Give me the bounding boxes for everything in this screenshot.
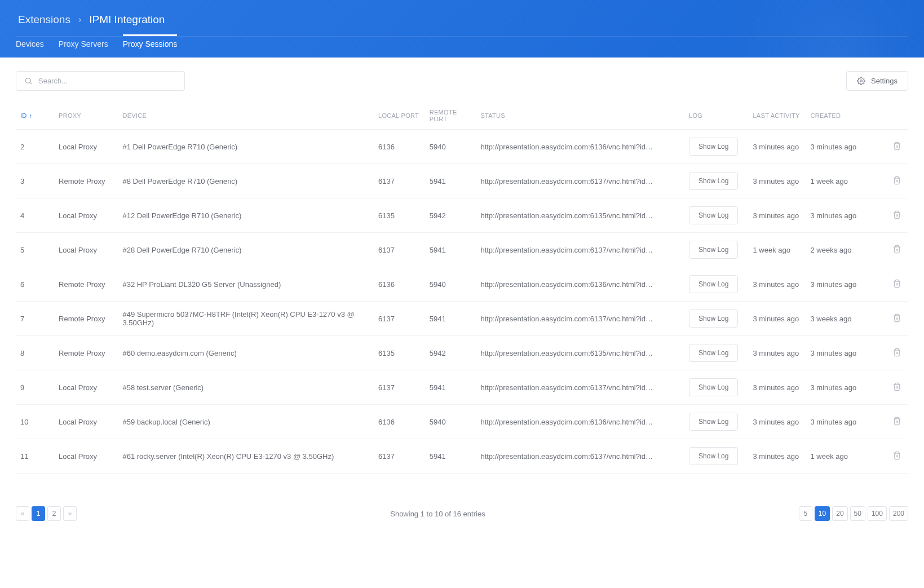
col-header-created[interactable]: CREATED <box>806 102 883 130</box>
search-box[interactable] <box>16 71 185 91</box>
cell-log: Show Log <box>684 302 748 336</box>
cell-last-activity: 1 week ago <box>748 233 806 267</box>
cell-log: Show Log <box>684 267 748 302</box>
cell-proxy: Remote Proxy <box>54 302 118 336</box>
trash-icon <box>892 419 901 427</box>
cell-actions <box>883 370 908 405</box>
cell-proxy: Remote Proxy <box>54 164 118 198</box>
page-size-10[interactable]: 10 <box>815 506 830 521</box>
show-log-button[interactable]: Show Log <box>689 310 738 328</box>
cell-device: #28 Dell PowerEdge R710 (Generic) <box>118 233 374 267</box>
settings-label: Settings <box>871 77 898 85</box>
delete-button[interactable] <box>890 242 904 258</box>
status-link[interactable]: http://presentation.easydcim.com:6135/vn… <box>480 349 655 357</box>
status-link[interactable]: http://presentation.easydcim.com:6137/vn… <box>480 383 655 392</box>
tab-proxy-sessions[interactable]: Proxy Sessions <box>123 34 177 58</box>
show-log-button[interactable]: Show Log <box>689 275 738 293</box>
table-row: 7Remote Proxy#49 Supermicro 5037MC-H8TRF… <box>16 302 908 336</box>
page-size-50[interactable]: 50 <box>850 506 865 521</box>
cell-created: 2 weeks ago <box>806 233 883 267</box>
table-row: 5Local Proxy#28 Dell PowerEdge R710 (Gen… <box>16 233 908 267</box>
show-log-button[interactable]: Show Log <box>689 344 738 362</box>
col-header-proxy[interactable]: PROXY <box>54 102 118 130</box>
settings-button[interactable]: Settings <box>846 71 908 91</box>
cell-status: http://presentation.easydcim.com:6137/vn… <box>476 302 684 336</box>
status-link[interactable]: http://presentation.easydcim.com:6136/vn… <box>480 143 655 151</box>
tab-proxy-servers[interactable]: Proxy Servers <box>59 34 108 58</box>
page-next-button[interactable]: » <box>63 506 77 521</box>
cell-created: 3 minutes ago <box>806 267 883 302</box>
status-link[interactable]: http://presentation.easydcim.com:6137/vn… <box>480 315 655 323</box>
table-header-row: ID↑ PROXY DEVICE LOCAL PORT REMOTE PORT … <box>16 102 908 130</box>
table-footer: «12» Showing 1 to 10 of 16 entries 51020… <box>0 496 924 543</box>
col-header-local-port[interactable]: LOCAL PORT <box>374 102 425 130</box>
cell-actions <box>883 233 908 267</box>
col-header-device[interactable]: DEVICE <box>118 102 374 130</box>
cell-log: Show Log <box>684 233 748 267</box>
table-row: 8Remote Proxy#60 demo.easydcim.com (Gene… <box>16 336 908 370</box>
delete-button[interactable] <box>890 311 904 326</box>
col-header-last-activity[interactable]: LAST ACTIVITY <box>748 102 806 130</box>
trash-icon <box>892 178 901 187</box>
show-log-button[interactable]: Show Log <box>689 138 738 156</box>
cell-actions <box>883 336 908 370</box>
cell-id: 7 <box>16 302 54 336</box>
cell-created: 3 minutes ago <box>806 130 883 164</box>
col-header-log[interactable]: LOG <box>684 102 748 130</box>
cell-proxy: Local Proxy <box>54 370 118 405</box>
cell-local-port: 6136 <box>374 130 425 164</box>
cell-created: 3 minutes ago <box>806 405 883 439</box>
delete-button[interactable] <box>890 414 904 430</box>
delete-button[interactable] <box>890 277 904 292</box>
status-link[interactable]: http://presentation.easydcim.com:6137/vn… <box>480 452 655 461</box>
page-size-20[interactable]: 20 <box>832 506 847 521</box>
status-link[interactable]: http://presentation.easydcim.com:6136/vn… <box>480 280 655 289</box>
cell-remote-port: 5941 <box>425 439 476 474</box>
page-button-2[interactable]: 2 <box>47 506 61 521</box>
page-button-1[interactable]: 1 <box>32 506 45 521</box>
breadcrumb-root[interactable]: Extensions <box>18 14 70 26</box>
cell-device: #32 HP ProLiant DL320 G5 Server (Unassig… <box>118 267 374 302</box>
search-input[interactable] <box>38 77 176 85</box>
status-link[interactable]: http://presentation.easydcim.com:6137/vn… <box>480 246 655 254</box>
search-icon <box>24 77 33 85</box>
tab-devices[interactable]: Devices <box>16 34 44 58</box>
delete-button[interactable] <box>890 380 904 395</box>
delete-button[interactable] <box>890 174 904 189</box>
status-link[interactable]: http://presentation.easydcim.com:6136/vn… <box>480 418 655 426</box>
col-header-status[interactable]: STATUS <box>476 102 684 130</box>
page-size-200[interactable]: 200 <box>889 506 908 521</box>
cell-last-activity: 3 minutes ago <box>748 405 806 439</box>
show-log-button[interactable]: Show Log <box>689 413 738 431</box>
cell-actions <box>883 130 908 164</box>
show-log-button[interactable]: Show Log <box>689 241 738 259</box>
col-header-id[interactable]: ID↑ <box>16 102 54 130</box>
show-log-button[interactable]: Show Log <box>689 378 738 396</box>
delete-button[interactable] <box>890 346 904 361</box>
cell-remote-port: 5942 <box>425 336 476 370</box>
trash-icon <box>892 453 901 462</box>
delete-button[interactable] <box>890 139 904 154</box>
page-size-5[interactable]: 5 <box>799 506 812 521</box>
show-log-button[interactable]: Show Log <box>689 172 738 190</box>
cell-status: http://presentation.easydcim.com:6135/vn… <box>476 336 684 370</box>
cell-id: 4 <box>16 198 54 233</box>
cell-local-port: 6135 <box>374 336 425 370</box>
table-row: 10Local Proxy#59 backup.local (Generic)6… <box>16 405 908 439</box>
show-log-button[interactable]: Show Log <box>689 447 738 465</box>
cell-remote-port: 5942 <box>425 198 476 233</box>
delete-button[interactable] <box>890 208 904 223</box>
cell-created: 1 week ago <box>806 439 883 474</box>
status-link[interactable]: http://presentation.easydcim.com:6135/vn… <box>480 211 655 220</box>
delete-button[interactable] <box>890 449 904 464</box>
table-row: 6Remote Proxy#32 HP ProLiant DL320 G5 Se… <box>16 267 908 302</box>
show-log-button[interactable]: Show Log <box>689 206 738 224</box>
cell-last-activity: 3 minutes ago <box>748 164 806 198</box>
cell-id: 11 <box>16 439 54 474</box>
page-prev-button[interactable]: « <box>16 506 29 521</box>
status-link[interactable]: http://presentation.easydcim.com:6137/vn… <box>480 177 655 185</box>
page-size-100[interactable]: 100 <box>868 506 887 521</box>
col-header-remote-port[interactable]: REMOTE PORT <box>425 102 476 130</box>
svg-point-2 <box>860 80 863 82</box>
cell-status: http://presentation.easydcim.com:6137/vn… <box>476 439 684 474</box>
